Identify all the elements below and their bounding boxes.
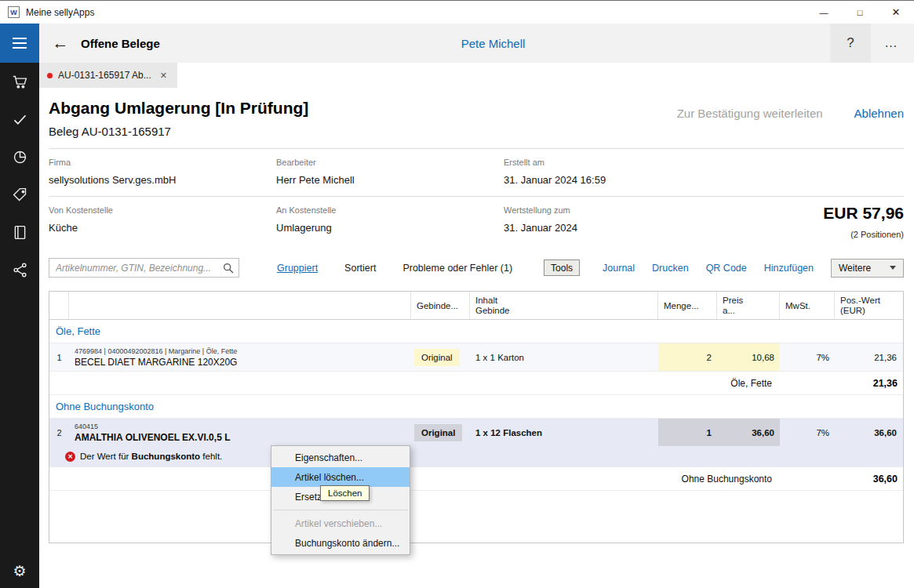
field-erstellt-am: Erstellt am 31. Januar 2024 16:59 bbox=[504, 158, 904, 186]
pie-chart-icon[interactable] bbox=[10, 147, 29, 166]
checkmark-icon[interactable] bbox=[10, 110, 29, 129]
table-row-1[interactable]: 1 4769984 | 04000492002816 | Margarine |… bbox=[49, 343, 903, 372]
more-options-button[interactable]: … bbox=[875, 24, 908, 63]
journal-icon[interactable] bbox=[10, 223, 29, 241]
search-box bbox=[49, 258, 239, 278]
tools-button[interactable]: Tools bbox=[544, 260, 580, 276]
mwst-value: 7% bbox=[780, 343, 835, 371]
pos-wert-value: 21,36 bbox=[835, 343, 902, 371]
menge-value[interactable]: 1 bbox=[658, 419, 717, 446]
document-number: Beleg AU-0131-165917 bbox=[49, 125, 308, 138]
titlebar: W Meine sellyApps — □ ✕ bbox=[0, 0, 914, 24]
meta-fields-row1: Firma sellysolutions Serv.ges.mbH Bearbe… bbox=[49, 149, 904, 196]
col-pos-wert: Pos.-Wert (EUR) bbox=[835, 292, 902, 319]
items-toolbar: Gruppiert Sortiert Probleme oder Fehler … bbox=[49, 257, 904, 278]
main-area: AU-0131-165917 Ab... ✕ Abgang Umlagerung… bbox=[39, 63, 914, 588]
article-meta: 640415 bbox=[75, 423, 98, 430]
document-content: Abgang Umlagerung [In Prüfung] Beleg AU-… bbox=[39, 88, 914, 543]
forward-for-approval-button[interactable]: Zur Bestätigung weiterleiten bbox=[677, 107, 823, 120]
row-number: 2 bbox=[49, 419, 69, 446]
minimize-button[interactable]: — bbox=[806, 1, 842, 24]
preis-value[interactable]: 10,68 bbox=[717, 343, 780, 371]
grouped-toggle[interactable]: Gruppiert bbox=[277, 263, 318, 274]
tab-strip: AU-0131-165917 Ab... ✕ bbox=[39, 63, 914, 88]
document-total: EUR 57,96 bbox=[823, 204, 904, 223]
position-count: (2 Positionen) bbox=[823, 230, 904, 239]
app-icon: W bbox=[8, 6, 20, 18]
field-von-kostenstelle: Von Kostenstelle Küche bbox=[49, 205, 276, 234]
article-description: 640415 AMALTHIA OLIVENOEL EX.VI.0,5 L bbox=[69, 419, 411, 446]
chevron-down-icon bbox=[890, 266, 896, 270]
inhalt-value: 1 x 1 Karton bbox=[470, 343, 658, 371]
current-user-link[interactable]: Pete Michell bbox=[461, 24, 526, 63]
total-box: EUR 57,96 (2 Positionen) bbox=[823, 204, 904, 239]
add-item-link[interactable]: Hinzufügen bbox=[764, 263, 814, 274]
more-actions-dropdown[interactable]: Weitere bbox=[831, 259, 904, 278]
tag-icon[interactable] bbox=[10, 185, 29, 204]
app-header: ← Offene Belege Pete Michell ? … bbox=[0, 24, 914, 63]
article-description: 4769984 | 04000492002816 | Margarine | Ö… bbox=[69, 343, 411, 371]
tab-label: AU-0131-165917 Ab... bbox=[58, 70, 152, 81]
print-link[interactable]: Drucken bbox=[652, 263, 689, 274]
tab-close-icon[interactable]: ✕ bbox=[158, 69, 169, 82]
preis-value[interactable]: 36,60 bbox=[717, 419, 780, 446]
share-icon[interactable] bbox=[10, 260, 29, 279]
menu-separator bbox=[273, 510, 408, 510]
document-title: Abgang Umlagerung [In Prüfung] bbox=[49, 99, 308, 118]
sorted-toggle[interactable]: Sortiert bbox=[344, 263, 376, 274]
subtotal-value: 36,60 bbox=[780, 467, 902, 490]
items-table: Gebinde... Inhalt Gebinde Menge... Preis… bbox=[49, 291, 904, 543]
sidebar: ⚙ bbox=[0, 63, 39, 588]
cart-icon[interactable] bbox=[10, 72, 29, 91]
gebinde-value[interactable]: Original bbox=[414, 349, 460, 366]
subtotal-row-ohne-buchungskonto: Ohne Buchungskonto 36,60 bbox=[49, 467, 903, 491]
mwst-value: 7% bbox=[780, 419, 835, 446]
document-tab[interactable]: AU-0131-165917 Ab... ✕ bbox=[39, 63, 177, 88]
journal-link[interactable]: Journal bbox=[603, 263, 635, 274]
help-button[interactable]: ? bbox=[830, 24, 871, 63]
subtotal-row-oele-fette: Öle, Fette 21,36 bbox=[49, 372, 903, 395]
field-firma: Firma sellysolutions Serv.ges.mbH bbox=[49, 158, 276, 186]
close-button[interactable]: ✕ bbox=[878, 1, 914, 24]
field-an-kostenstelle: An Kostenstelle Umlagerung bbox=[276, 205, 504, 234]
col-mwst: MwSt. bbox=[780, 292, 835, 319]
validation-error-message: ✕ Der Wert für Buchungskonto fehlt. bbox=[49, 446, 903, 466]
gear-icon[interactable]: ⚙ bbox=[0, 562, 39, 580]
unsaved-indicator-dot bbox=[47, 73, 53, 78]
search-input[interactable] bbox=[49, 259, 239, 277]
inhalt-value: 1 x 12 Flaschen bbox=[470, 419, 658, 446]
problems-filter[interactable]: Probleme oder Fehler (1) bbox=[402, 263, 512, 274]
error-icon: ✕ bbox=[65, 452, 75, 462]
col-gebinde: Gebinde... bbox=[411, 292, 470, 319]
group-header-oele-fette[interactable]: Öle, Fette bbox=[49, 320, 903, 343]
back-button[interactable]: ← bbox=[47, 24, 74, 63]
table-row-2-selected[interactable]: 2 640415 AMALTHIA OLIVENOEL EX.VI.0,5 L … bbox=[49, 419, 903, 467]
menu-item-eigenschaften[interactable]: Eigenschaften... bbox=[271, 448, 410, 467]
search-icon bbox=[222, 262, 235, 274]
subtotal-label: Öle, Fette bbox=[49, 372, 780, 394]
table-header-row: Gebinde... Inhalt Gebinde Menge... Preis… bbox=[49, 292, 903, 320]
group-header-ohne-buchungskonto[interactable]: Ohne Buchungskonto bbox=[49, 395, 903, 419]
col-preis: Preis a... bbox=[717, 292, 780, 319]
tooltip: Löschen bbox=[320, 485, 370, 501]
hamburger-menu-button[interactable] bbox=[0, 24, 39, 63]
reject-button[interactable]: Ablehnen bbox=[854, 107, 904, 120]
menu-item-buchungskonto-aendern[interactable]: Buchungskonto ändern... bbox=[271, 533, 410, 553]
maximize-button[interactable]: □ bbox=[842, 1, 878, 24]
menge-value[interactable]: 2 bbox=[658, 343, 717, 371]
row-number: 1 bbox=[49, 343, 69, 371]
doc-title-block: Abgang Umlagerung [In Prüfung] Beleg AU-… bbox=[49, 99, 308, 138]
article-name: AMALTHIA OLIVENOEL EX.VI.0,5 L bbox=[75, 432, 230, 443]
subtotal-value: 21,36 bbox=[780, 372, 902, 394]
field-bearbeiter: Bearbeiter Herr Pete Michell bbox=[276, 158, 504, 186]
menu-item-artikel-verschieben: Artikel verschieben... bbox=[271, 514, 410, 533]
table-empty-space bbox=[49, 491, 903, 543]
menu-item-artikel-loeschen[interactable]: Artikel löschen... bbox=[271, 467, 410, 487]
window-title: Meine sellyApps bbox=[26, 7, 94, 18]
subtotal-label: Ohne Buchungskonto bbox=[49, 467, 780, 490]
qr-code-link[interactable]: QR Code bbox=[706, 263, 747, 274]
app-window: W Meine sellyApps — □ ✕ ← Offene Belege … bbox=[0, 0, 914, 588]
hamburger-icon bbox=[13, 38, 27, 39]
pos-wert-value: 36,60 bbox=[835, 419, 902, 446]
gebinde-value[interactable]: Original bbox=[414, 424, 462, 441]
